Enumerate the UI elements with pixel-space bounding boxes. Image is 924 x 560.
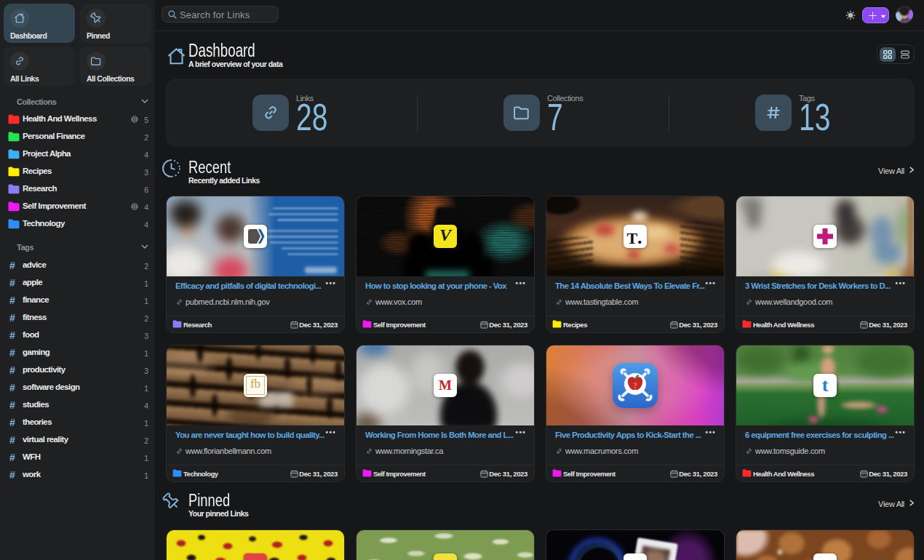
svg-text:?: ?: [633, 380, 637, 391]
